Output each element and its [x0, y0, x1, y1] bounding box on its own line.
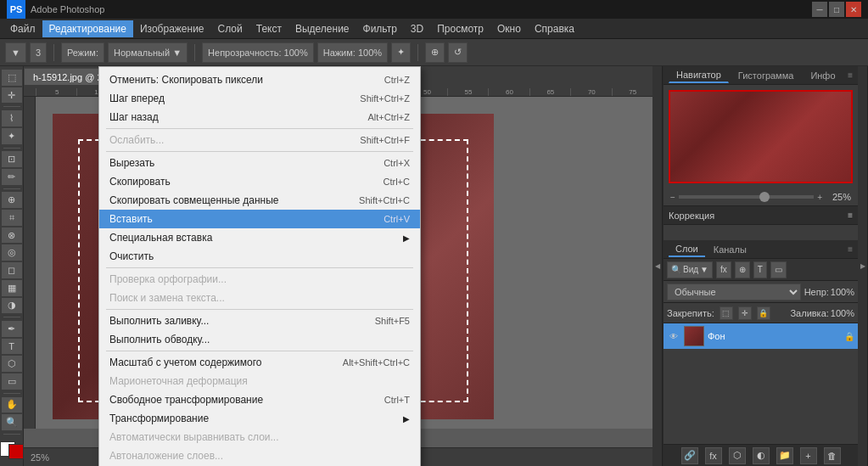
tool-history[interactable]: ◎: [2, 244, 22, 261]
ps-logo: PS: [7, 0, 25, 19]
tab-channels[interactable]: Каналы: [707, 243, 753, 256]
zoom-slider-thumb: [759, 192, 770, 202]
tool-clone[interactable]: ⊗: [2, 227, 22, 244]
menu-view[interactable]: Просмотр: [430, 20, 490, 37]
layers-link-btn[interactable]: 🔗: [681, 447, 698, 464]
menu-help[interactable]: Справка: [528, 20, 581, 37]
zoom-in-icon[interactable]: +: [817, 193, 822, 202]
menu-content-aware[interactable]: Масштаб с учетом содержимого Alt+Shift+C…: [99, 353, 420, 372]
menu-text[interactable]: Текст: [249, 20, 288, 37]
toolbar-mode-label: Режим:: [61, 42, 104, 63]
menu-bar: Файл Редактирование Изображение Слой Тек…: [0, 19, 868, 39]
tool-crop[interactable]: ⊡: [2, 151, 22, 167]
tab-histogram[interactable]: Гистограмма: [731, 68, 802, 83]
menu-stroke[interactable]: Выполнить обводку...: [99, 330, 420, 349]
layers-text[interactable]: T: [753, 261, 767, 278]
correction-options[interactable]: ≡: [848, 211, 853, 220]
tool-zoom[interactable]: 🔍: [2, 414, 22, 430]
tool-hand[interactable]: ✋: [2, 397, 22, 413]
tool-brush[interactable]: ⌗: [2, 210, 22, 226]
menu-step-fwd[interactable]: Шаг вперед Shift+Ctrl+Z: [99, 89, 420, 108]
menu-sep-4: [106, 309, 413, 310]
layers-options[interactable]: ≡: [848, 244, 853, 254]
tool-selector[interactable]: ▼: [5, 42, 26, 63]
lock-position-btn[interactable]: ✛: [738, 306, 752, 320]
menu-paste-special[interactable]: Специальная вставка ▶: [99, 228, 420, 247]
layers-blend-mode[interactable]: Обычные: [667, 284, 801, 300]
panel-collapse-left[interactable]: ◀: [652, 66, 663, 466]
zoom-slider[interactable]: [679, 195, 814, 199]
tool-pen[interactable]: ✒: [2, 321, 22, 337]
menu-filter[interactable]: Фильтр: [356, 20, 404, 37]
layers-mode-row: Обычные Непр: 100%: [664, 281, 858, 303]
menu-file[interactable]: Файл: [3, 20, 42, 37]
toolbar-airbrush[interactable]: ✦: [391, 42, 411, 63]
menu-copy-merged[interactable]: Скопировать совмещенные данные Shift+Ctr…: [99, 191, 420, 210]
menu-copy[interactable]: Скопировать Ctrl+C: [99, 172, 420, 191]
tool-shape[interactable]: ▭: [2, 373, 22, 390]
layers-mask-btn[interactable]: ⬡: [729, 447, 746, 464]
menu-select[interactable]: Выделение: [288, 20, 356, 37]
tab-navigator[interactable]: Навигатор: [669, 67, 729, 83]
toolbar-mode-select[interactable]: Нормальный ▼: [108, 42, 188, 63]
tool-marquee[interactable]: ⬚: [2, 70, 22, 86]
layers-search[interactable]: 🔍 Вид ▼: [667, 261, 713, 278]
panel-collapse-right[interactable]: ▶: [858, 66, 868, 466]
minimize-button[interactable]: ─: [812, 2, 827, 17]
background-color[interactable]: [8, 444, 24, 459]
menu-edit[interactable]: Редактирование: [42, 20, 133, 37]
tool-gradient[interactable]: ▦: [2, 280, 22, 296]
layers-shape[interactable]: ▭: [770, 261, 787, 278]
menu-step-back[interactable]: Шаг назад Alt+Ctrl+Z: [99, 108, 420, 126]
layer-thumbnail: [684, 326, 704, 346]
menu-clear[interactable]: Очистить: [99, 247, 420, 266]
fg-bg-colors[interactable]: [0, 441, 24, 459]
layers-fill: Заливка: 100%: [790, 308, 854, 318]
layers-fx[interactable]: fx: [716, 261, 731, 278]
layer-item-bg[interactable]: 👁 Фон 🔒: [664, 323, 858, 349]
tool-lasso[interactable]: ⌇: [2, 110, 22, 126]
menu-cut[interactable]: Вырезать Ctrl+X: [99, 154, 420, 172]
toolbar-flow[interactable]: Нажим: 100%: [317, 42, 388, 63]
toolbar-opacity[interactable]: Непрозрачность: 100%: [202, 42, 314, 63]
tool-path[interactable]: ⬡: [2, 356, 22, 372]
menu-window[interactable]: Окно: [490, 20, 528, 37]
tool-eyedropper[interactable]: ✏: [2, 169, 22, 185]
maximize-button[interactable]: □: [829, 2, 844, 17]
tab-info[interactable]: Инфо: [803, 68, 843, 83]
layers-adjustments[interactable]: ⊕: [735, 261, 750, 278]
layer-visibility-eye[interactable]: 👁: [667, 329, 680, 343]
tool-move[interactable]: ✛: [2, 87, 22, 104]
tool-dodge[interactable]: ◑: [2, 298, 22, 314]
tool-text[interactable]: T: [2, 339, 22, 355]
menu-sep-5: [106, 351, 413, 351]
layers-group-btn[interactable]: 📁: [776, 447, 793, 464]
zoom-out-icon[interactable]: −: [670, 193, 675, 202]
toolbar-pressure[interactable]: ⊕: [425, 42, 445, 63]
layers-style-btn[interactable]: fx: [705, 447, 722, 464]
layers-adjustment-btn[interactable]: ◐: [753, 447, 770, 464]
tab-layers[interactable]: Слои: [669, 242, 705, 257]
menu-layer[interactable]: Слой: [211, 20, 249, 37]
tool-heal[interactable]: ⊕: [2, 192, 22, 208]
menu-3d[interactable]: 3D: [404, 20, 430, 37]
layers-delete-btn[interactable]: 🗑: [824, 447, 841, 464]
menu-free-transform[interactable]: Свободное трансформирование Ctrl+T: [99, 390, 420, 409]
menu-fill[interactable]: Выполнить заливку... Shift+F5: [99, 312, 420, 330]
menu-paste[interactable]: Вставить Ctrl+V: [99, 210, 420, 228]
menu-undo[interactable]: Отменить: Скопировать пиксели Ctrl+Z: [99, 70, 420, 89]
tool-size[interactable]: 3: [30, 42, 47, 63]
menu-transform[interactable]: Трансформирование ▶: [99, 409, 420, 428]
lock-all-btn[interactable]: 🔒: [757, 306, 770, 320]
layers-new-btn[interactable]: +: [800, 447, 817, 464]
close-button[interactable]: ✕: [846, 2, 861, 17]
toolbar-angle[interactable]: ↺: [448, 42, 468, 63]
layers-lock-row: Закрепить: ⬚ ✛ 🔒 Заливка: 100%: [664, 303, 858, 323]
tool-eraser[interactable]: ◻: [2, 262, 22, 278]
lock-pixels-btn[interactable]: ⬚: [720, 306, 733, 320]
menu-fade: Ослабить... Shift+Ctrl+F: [99, 131, 420, 149]
panel-options-nav[interactable]: ≡: [848, 70, 853, 80]
menu-image[interactable]: Изображение: [133, 20, 211, 37]
tool-magic[interactable]: ✦: [2, 128, 22, 144]
layer-name: Фон: [708, 331, 725, 341]
